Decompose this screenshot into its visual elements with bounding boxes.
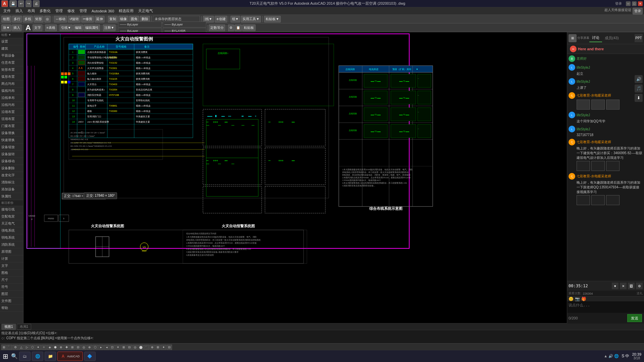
edit-attr-btn[interactable]: 编辑属性 — [84, 24, 100, 31]
taskbar-app-3[interactable]: 📁 — [45, 352, 56, 361]
icon-snap-17[interactable]: ⬡ — [93, 345, 98, 350]
menu-express[interactable]: 精选应用 — [117, 8, 136, 14]
icon-snap-10[interactable]: ⬢ — [53, 345, 58, 350]
quick-undo-btn[interactable]: ↩ — [18, 0, 24, 7]
clipboard-view-btn[interactable]: 📋 — [234, 24, 242, 31]
maximize-btn[interactable]: □ — [632, 1, 637, 6]
icon-snap-5[interactable]: ▷ — [24, 345, 30, 350]
toolbar-insert-btn[interactable]: 插入 — [12, 24, 22, 31]
sidebar-item-tianzheng[interactable]: 天正电气 — [0, 220, 23, 227]
sidebar-item-delete[interactable]: 设备删除 — [0, 165, 23, 172]
icon-snap-20[interactable]: ⊡ — [110, 345, 115, 350]
icon-snap-13[interactable]: ⊞ — [70, 345, 75, 350]
image-btn[interactable]: 🖼 — [628, 283, 635, 289]
tab-discussion[interactable]: 讨论 — [589, 34, 602, 42]
icon-snap-30[interactable]: ⊟ — [167, 345, 172, 350]
toolbar-extend-btn[interactable]: 延伸 — [95, 16, 105, 22]
gift-btn[interactable]: 🎁 — [581, 297, 586, 301]
thumb-2[interactable] — [591, 100, 605, 110]
toolbar-tools-btn[interactable]: 实用工具▼ — [241, 16, 261, 22]
start-btn[interactable]: ⊞ — [3, 352, 8, 360]
thumb-4[interactable] — [577, 161, 590, 171]
toolbar-move-btn[interactable]: ↔移动 — [54, 16, 67, 22]
icon-snap-8[interactable]: ✧ — [41, 345, 47, 350]
menu-tianzheng[interactable]: 天正电气 — [136, 8, 155, 14]
sidebar-item-along-wall[interactable]: 沿墙布置 — [0, 109, 23, 116]
icon-snap-11[interactable]: ⊕ — [58, 345, 64, 350]
icon-snap-6[interactable]: ⬡ — [30, 345, 35, 350]
paper-tab-1[interactable]: 布局1 — [17, 324, 32, 330]
toolbar-rotate-btn[interactable]: ↺旋转 — [68, 16, 80, 22]
sidebar-item-help[interactable]: 帮助 — [0, 305, 23, 312]
settings-btn-small[interactable]: ⚙ — [636, 283, 643, 289]
sidebar-item-schematic[interactable]: 原理图 — [0, 248, 23, 255]
send-button[interactable]: 发送 — [627, 314, 642, 322]
menu-manage2[interactable]: 管理 — [77, 8, 89, 14]
heart-btn[interactable]: ♥ — [612, 283, 619, 289]
menu-manage[interactable]: 管理 — [53, 8, 65, 14]
icon-snap-14[interactable]: ⊟ — [75, 345, 81, 350]
quick-redo-btn[interactable]: ↪ — [25, 0, 32, 7]
icon-snap-7[interactable]: ✦ — [36, 345, 41, 350]
thumb-3[interactable] — [606, 100, 620, 110]
toolbar-block-btn[interactable]: 块▼ — [1, 24, 11, 31]
sidebar-item-fast-replace[interactable]: 快速替换 — [0, 137, 23, 144]
sidebar-item-door-win[interactable]: 门窗布置 — [0, 123, 23, 130]
menu-insert[interactable]: 插入 — [13, 8, 25, 14]
thumb-5[interactable] — [591, 161, 605, 171]
icon-snap-4[interactable]: △ — [18, 345, 24, 350]
sidebar-item-calc[interactable]: 计算 — [0, 255, 23, 262]
toolbar-group-btn[interactable]: 组▼ — [230, 16, 240, 22]
taskbar-app-4[interactable]: 🔷 — [84, 352, 96, 361]
icon-snap-26[interactable]: ⚫ — [144, 345, 149, 350]
icon-snap-9[interactable]: ◈ — [47, 345, 52, 350]
taskbar-autocad[interactable]: A AutoCAD — [57, 352, 83, 361]
sidebar-item-architecture[interactable]: 建筑 — [0, 45, 23, 52]
search-btn-taskbar[interactable]: 🔍 — [11, 353, 18, 359]
thumb-9[interactable] — [606, 195, 620, 205]
toolbar-create-btn[interactable]: ⊕创建 — [215, 16, 227, 22]
menu-file[interactable]: 文件 — [1, 8, 13, 14]
sidebar-item-place-rect[interactable]: 矩形布置 — [0, 66, 23, 73]
icon-snap-15[interactable]: ◎ — [81, 345, 87, 350]
thumb-6[interactable] — [606, 161, 620, 171]
chat-input[interactable] — [567, 301, 644, 313]
sidebar-item-file-map[interactable]: 文件图 — [0, 298, 23, 305]
thumb-8[interactable] — [591, 195, 605, 205]
menu-autodesk360[interactable]: Autodesk 360 — [90, 8, 116, 14]
sidebar-item-place-any[interactable]: 任意布置 — [0, 59, 23, 66]
icon-snap-22[interactable]: ⊞ — [121, 345, 126, 350]
icon-snap-3[interactable]: ⚙ — [13, 345, 18, 350]
sidebar-item-fire[interactable]: 消防系统 — [0, 241, 23, 248]
menu-layout[interactable]: 布局 — [25, 8, 37, 14]
icon-snap-12[interactable]: ✚ — [64, 345, 69, 350]
color-dropdown[interactable]: ─── ByLayer — [163, 21, 206, 27]
icon-snap-18[interactable]: ▸ — [98, 345, 104, 350]
download-icon[interactable]: ⬇ — [635, 94, 643, 102]
annotation-btn[interactable]: 注释▼ — [103, 24, 116, 31]
icon-snap-25[interactable]: ⬤ — [138, 345, 144, 350]
sidebar-item-ground-line[interactable]: 接地引线 — [0, 206, 23, 213]
taskbar-app-2[interactable]: 🌐 — [32, 352, 43, 361]
icon-snap-2[interactable]: ⬛ — [7, 345, 12, 350]
sidebar-item-settings[interactable]: 设置 — [0, 38, 23, 45]
sidebar-item-weak-elec[interactable]: 弱电系统 — [0, 234, 23, 241]
toolbar-polyline-btn[interactable]: 多线 — [23, 16, 33, 22]
thumb-1[interactable] — [577, 100, 590, 110]
minimize-btn[interactable]: ─ — [626, 1, 631, 6]
toolbar-arc-btn[interactable]: ◎ — [44, 16, 51, 22]
search-area[interactable]: 超人天终接接迎迎 — [604, 8, 631, 14]
icon-snap-29[interactable]: ✦ — [161, 345, 166, 350]
sidebar-item-strong-elec[interactable]: 强电系统 — [0, 227, 23, 234]
icon-snap-19[interactable]: ◂ — [104, 345, 109, 350]
sidebar-item-clear-mark[interactable]: 清除标注 — [0, 179, 23, 186]
cmd-input[interactable] — [6, 336, 643, 340]
sidebar-item-symbol[interactable]: 符号 — [0, 284, 23, 291]
login-btn[interactable]: 登录 — [633, 8, 643, 14]
music-icon[interactable]: 🎵 — [635, 84, 643, 93]
special-tools-btn[interactable]: ⚙ — [228, 24, 234, 31]
edit-btn[interactable]: 编辑 — [73, 24, 83, 31]
icon-snap-23[interactable]: ⊟ — [127, 345, 132, 350]
cad-canvas[interactable]: 火灾自动报警图例 编号 图例 产品名称 型号规格 备注 1 点感光类探测器器 T… — [23, 32, 567, 323]
app-icon[interactable]: A — [1, 0, 8, 7]
